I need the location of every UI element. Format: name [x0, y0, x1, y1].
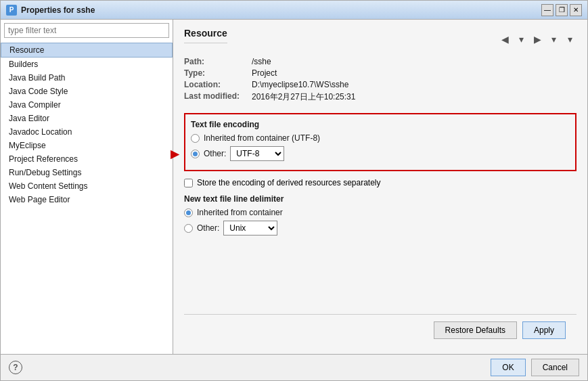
properties-dialog: P Properties for sshe — ❐ ✕ Resource Bui…	[0, 0, 588, 381]
other-delimiter-option[interactable]: Other: Unix Windows Mac	[184, 221, 576, 236]
apply-button[interactable]: Apply	[522, 321, 566, 339]
modified-row: Last modified: 2016年2月27日上午10:25:31	[184, 91, 576, 103]
dialog-title: Properties for sshe	[21, 5, 95, 15]
nav-item-java-build-path[interactable]: Java Build Path	[1, 71, 173, 85]
red-arrow-icon: ▶	[171, 148, 179, 160]
nav-item-java-code-style[interactable]: Java Code Style	[1, 85, 173, 98]
store-checkbox-row: Store the encoding of derived resources …	[184, 178, 576, 187]
dialog-icon: P	[6, 5, 17, 16]
nav-item-run-debug-settings[interactable]: Run/Debug Settings	[1, 166, 173, 179]
nav-list: Resource Builders Java Build Path Java C…	[1, 41, 173, 354]
forward-dropdown-icon[interactable]: ▾	[547, 32, 560, 46]
inherited-delimiter-radio[interactable]	[184, 208, 193, 217]
right-panel: Resource ◀ ▾ ▶ ▾ ▾ Path: /sshe Type: Pro…	[173, 20, 587, 354]
other-encoding-option[interactable]: ▶ Other: UTF-8 UTF-16 ISO-8859-1 US-ASCI…	[191, 146, 570, 161]
left-panel: Resource Builders Java Build Path Java C…	[1, 20, 173, 354]
nav-item-builders[interactable]: Builders	[1, 58, 173, 71]
modified-label: Last modified:	[184, 91, 252, 103]
nav-item-web-page-editor[interactable]: Web Page Editor	[1, 193, 173, 206]
inherited-delimiter-label: Inherited from container	[197, 208, 283, 217]
other-encoding-radio[interactable]	[191, 150, 200, 158]
panel-toolbar: ◀ ▾ ▶ ▾ ▾	[498, 32, 576, 46]
nav-item-java-compiler[interactable]: Java Compiler	[1, 98, 173, 112]
inherited-delimiter-option[interactable]: Inherited from container	[184, 208, 576, 217]
path-row: Path: /sshe	[184, 57, 576, 66]
content-area: Resource Builders Java Build Path Java C…	[1, 20, 587, 354]
ok-button[interactable]: OK	[491, 359, 525, 376]
filter-input[interactable]	[4, 23, 169, 38]
other-delimiter-radio[interactable]	[184, 224, 193, 233]
modified-value: 2016年2月27日上午10:25:31	[252, 91, 355, 103]
dialog-footer: ? OK Cancel	[1, 354, 587, 380]
inherited-encoding-label: Inherited from container (UTF-8)	[204, 133, 320, 143]
restore-button[interactable]: ❐	[556, 4, 568, 16]
encoding-section: Text file encoding Inherited from contai…	[184, 113, 576, 171]
restore-defaults-button[interactable]: Restore Defaults	[434, 321, 517, 339]
cancel-button[interactable]: Cancel	[531, 359, 579, 376]
location-value: D:\myeclipse10.7\WS\sshe	[252, 80, 348, 89]
type-row: Type: Project	[184, 68, 576, 78]
path-value: /sshe	[252, 57, 271, 66]
delimiter-section: New text file line delimiter Inherited f…	[184, 194, 576, 239]
other-encoding-label: Other:	[204, 149, 226, 158]
type-label: Type:	[184, 68, 252, 78]
nav-item-resource[interactable]: Resource	[1, 43, 173, 58]
back-icon[interactable]: ◀	[498, 32, 512, 46]
footer-buttons: OK Cancel	[491, 359, 579, 376]
nav-item-javadoc-location[interactable]: Javadoc Location	[1, 125, 173, 139]
nav-item-java-editor[interactable]: Java Editor	[1, 112, 173, 125]
back-dropdown-icon[interactable]: ▾	[514, 32, 528, 46]
inherited-encoding-option[interactable]: Inherited from container (UTF-8)	[191, 133, 570, 143]
delimiter-dropdown[interactable]: Unix Windows Mac	[223, 221, 277, 236]
help-icon[interactable]: ?	[9, 361, 22, 374]
other-delimiter-label: Other:	[197, 223, 219, 233]
inherited-encoding-radio[interactable]	[191, 134, 200, 143]
forward-icon[interactable]: ▶	[530, 32, 544, 46]
location-label: Location:	[184, 80, 252, 89]
title-controls: — ❐ ✕	[541, 4, 582, 16]
title-bar: P Properties for sshe — ❐ ✕	[1, 1, 587, 20]
encoding-section-title: Text file encoding	[191, 120, 570, 129]
nav-item-myeclipse[interactable]: MyEclipse	[1, 139, 173, 152]
store-label: Store the encoding of derived resources …	[197, 178, 381, 187]
title-bar-left: P Properties for sshe	[6, 5, 95, 16]
minimize-button[interactable]: —	[541, 4, 553, 16]
type-value: Project	[252, 68, 277, 78]
store-checkbox[interactable]	[184, 179, 193, 187]
menu-icon[interactable]: ▾	[563, 32, 576, 46]
location-row: Location: D:\myeclipse10.7\WS\sshe	[184, 80, 576, 89]
nav-item-project-references[interactable]: Project References	[1, 152, 173, 166]
info-table: Path: /sshe Type: Project Location: D:\m…	[184, 57, 576, 105]
nav-item-web-content-settings[interactable]: Web Content Settings	[1, 179, 173, 193]
close-button[interactable]: ✕	[570, 4, 582, 16]
encoding-dropdown[interactable]: UTF-8 UTF-16 ISO-8859-1 US-ASCII	[230, 146, 284, 161]
panel-title: Resource	[184, 28, 227, 43]
delimiter-section-title: New text file line delimiter	[184, 194, 576, 204]
panel-buttons: Restore Defaults Apply	[184, 314, 576, 346]
path-label: Path:	[184, 57, 252, 66]
